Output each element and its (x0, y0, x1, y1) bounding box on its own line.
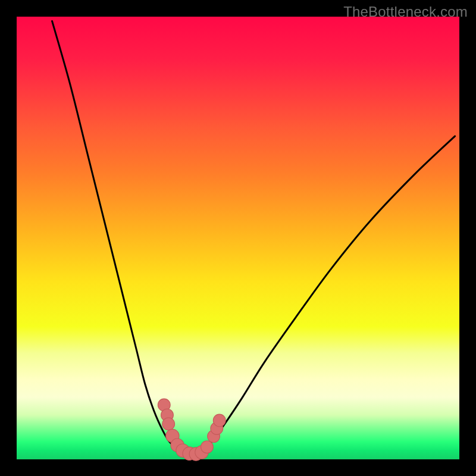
data-point (162, 418, 175, 430)
chart-frame: TheBottleneck.com (0, 0, 476, 476)
data-point (201, 441, 214, 453)
plot-area (17, 17, 459, 459)
curve-right-curve (205, 136, 455, 450)
curve-layer (17, 17, 459, 459)
curve-left-curve (52, 21, 178, 449)
data-point (213, 414, 226, 427)
watermark-label: TheBottleneck.com (343, 4, 468, 20)
